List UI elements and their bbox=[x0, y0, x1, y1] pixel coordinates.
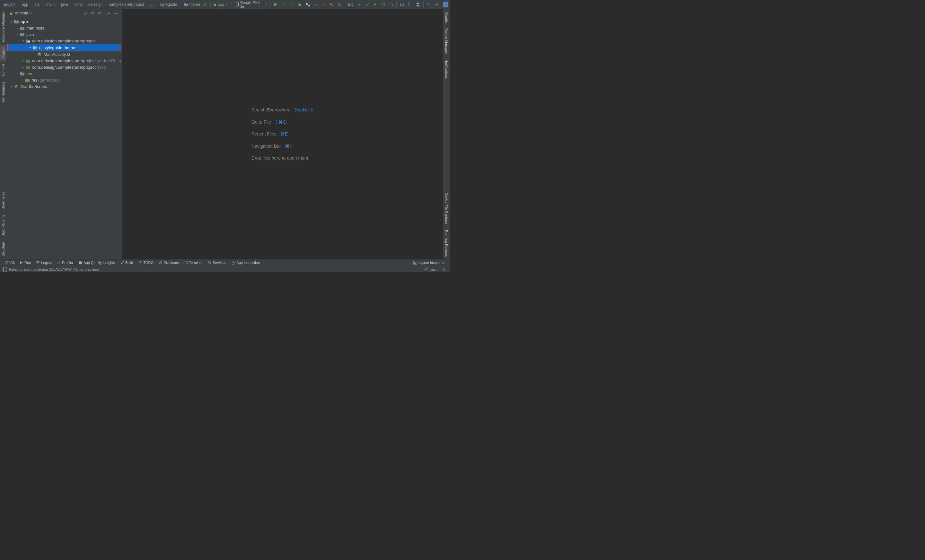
tree-node-package-androidtest[interactable]: ▸ com.delasign.samplestarterproject (and… bbox=[6, 57, 122, 64]
tab-layout-inspector[interactable]: Layout Inspector bbox=[411, 259, 447, 266]
git-push-button[interactable] bbox=[371, 1, 379, 8]
tree-node-res-generated[interactable]: res (generated) bbox=[6, 77, 122, 83]
breadcrumb-item[interactable]: theme bbox=[182, 2, 201, 7]
tab-app-quality-insights[interactable]: App Quality Insights bbox=[76, 259, 118, 266]
breadcrumb-item[interactable]: app bbox=[21, 2, 30, 7]
hide-panel-button[interactable] bbox=[113, 10, 119, 17]
tree-node-manifests[interactable]: ▸ manifests bbox=[6, 25, 122, 31]
search-button[interactable] bbox=[425, 1, 432, 8]
expand-arrow-icon[interactable]: ▸ bbox=[15, 26, 20, 30]
svg-rect-30 bbox=[232, 261, 235, 264]
expand-arrow-icon[interactable]: ▾ bbox=[21, 39, 26, 42]
attach-debugger-dropdown[interactable] bbox=[320, 1, 327, 8]
tree-node-res[interactable]: ▸ res bbox=[6, 70, 122, 77]
sync-gradle-button[interactable] bbox=[414, 1, 422, 8]
expand-arrow-icon[interactable]: ▸ bbox=[28, 46, 33, 49]
select-opened-file-button[interactable] bbox=[82, 10, 89, 17]
tab-profiler[interactable]: Profiler bbox=[54, 259, 76, 266]
tab-build[interactable]: Build bbox=[118, 259, 136, 266]
expand-all-button[interactable] bbox=[89, 10, 96, 17]
profiler-button[interactable] bbox=[312, 1, 319, 8]
project-view-dropdown[interactable]: Android bbox=[9, 11, 32, 15]
android-icon bbox=[213, 3, 217, 6]
tab-structure[interactable]: Structure bbox=[0, 239, 6, 259]
tree-node-java[interactable]: ▾ java bbox=[6, 31, 122, 38]
tab-bookmarks[interactable]: Bookmarks bbox=[0, 189, 6, 212]
expand-arrow-icon[interactable]: ▾ bbox=[9, 20, 14, 23]
tab-notifications[interactable]: Notifications bbox=[443, 57, 450, 81]
coverage-button[interactable] bbox=[304, 1, 311, 8]
navigation-toolbar: -project〉 app〉 src〉 main〉 java〉 com〉 del… bbox=[0, 0, 450, 9]
expand-arrow-icon[interactable]: ▸ bbox=[9, 85, 14, 88]
tab-terminal[interactable]: Terminal bbox=[181, 259, 205, 266]
tree-node-app[interactable]: ▾ app bbox=[6, 18, 122, 25]
tree-label: res bbox=[26, 71, 32, 76]
tab-device-manager[interactable]: Device Manager bbox=[443, 26, 450, 57]
run-button[interactable] bbox=[272, 1, 279, 8]
account-avatar[interactable] bbox=[443, 2, 448, 8]
expand-arrow-icon[interactable]: ▸ bbox=[21, 59, 26, 62]
editor-area[interactable]: Search EverywhereDouble ⇧ Go to File⇧⌘O … bbox=[122, 9, 443, 259]
breadcrumb-item[interactable]: com bbox=[73, 2, 83, 7]
tab-device-file-explorer[interactable]: Device File Explorer bbox=[443, 190, 450, 227]
breadcrumb-item[interactable]: styleguide bbox=[159, 2, 179, 7]
breadcrumb-item[interactable]: delasign bbox=[87, 2, 104, 7]
tab-problems[interactable]: Problems bbox=[156, 259, 181, 266]
avd-manager-button[interactable] bbox=[398, 1, 406, 8]
git-branch-status[interactable]: main bbox=[425, 268, 437, 271]
tab-git[interactable]: Git bbox=[3, 259, 17, 266]
stop-button[interactable] bbox=[336, 1, 343, 8]
toolbar-separator bbox=[396, 2, 397, 8]
tab-project[interactable]: Project bbox=[0, 45, 6, 61]
settings-button[interactable] bbox=[433, 1, 441, 8]
tree-node-package-main[interactable]: ▾ com.delasign.samplestarterproject bbox=[6, 38, 122, 44]
collapse-all-button[interactable] bbox=[96, 10, 103, 17]
tab-run[interactable]: Run bbox=[17, 259, 33, 266]
editor-placeholder: Search EverywhereDouble ⇧ Go to File⇧⌘O … bbox=[252, 105, 314, 164]
tab-running-devices[interactable]: Running Devices bbox=[443, 227, 450, 259]
tab-commit[interactable]: Commit bbox=[0, 61, 6, 79]
tab-services[interactable]: Services bbox=[205, 259, 229, 266]
panel-settings-button[interactable] bbox=[105, 10, 112, 17]
placeholder-shortcut: ⌘E bbox=[280, 129, 288, 140]
breadcrumb-item[interactable]: ui bbox=[149, 2, 155, 7]
tab-pull-requests[interactable]: Pull Requests bbox=[0, 79, 6, 106]
placeholder-label: Go to File bbox=[252, 117, 271, 128]
sdk-manager-button[interactable] bbox=[406, 1, 414, 8]
project-tree[interactable]: ▾ app ▸ manifests ▾ java ▾ com.delasign.… bbox=[6, 17, 122, 259]
git-pull-button[interactable] bbox=[355, 1, 363, 8]
nav-back-button[interactable] bbox=[202, 1, 209, 8]
tab-logcat[interactable]: Logcat bbox=[33, 259, 54, 266]
tree-node-ui-theme[interactable]: ▸ ui.styleguide.theme bbox=[8, 44, 121, 51]
chevron-right-icon: 〉 bbox=[56, 2, 59, 7]
run-config-dropdown[interactable]: app bbox=[210, 1, 231, 8]
tab-todo[interactable]: TODO bbox=[136, 259, 156, 266]
breadcrumb-item[interactable]: -project bbox=[1, 2, 17, 7]
breadcrumb-item[interactable]: src bbox=[33, 2, 41, 7]
breadcrumb-item[interactable]: main bbox=[45, 2, 56, 7]
git-commit-button[interactable] bbox=[363, 1, 371, 8]
expand-arrow-icon[interactable]: ▸ bbox=[21, 66, 26, 69]
tree-node-main-activity[interactable]: C MainActivity.kt bbox=[6, 51, 122, 57]
svg-point-4 bbox=[298, 3, 301, 6]
lock-status-icon[interactable] bbox=[441, 268, 445, 271]
apply-changes-button[interactable] bbox=[280, 1, 287, 8]
expand-arrow-icon[interactable]: ▾ bbox=[15, 33, 20, 36]
tab-gradle[interactable]: Gradle bbox=[443, 9, 450, 26]
git-rollback-button[interactable] bbox=[387, 1, 395, 8]
tree-node-package-test[interactable]: ▸ com.delasign.samplestarterproject (tes… bbox=[6, 64, 122, 70]
device-selector-dropdown[interactable]: Google Pixel 3a bbox=[233, 1, 270, 8]
breadcrumb-item[interactable]: java bbox=[60, 2, 69, 7]
debug-button[interactable] bbox=[296, 1, 303, 8]
tab-resource-manager[interactable]: Resource Manager bbox=[0, 9, 6, 45]
tab-build-variants[interactable]: Build Variants bbox=[0, 212, 6, 239]
breadcrumb-item[interactable]: samplestarterproject bbox=[108, 2, 145, 7]
tree-node-gradle-scripts[interactable]: ▸ Gradle Scripts bbox=[6, 83, 122, 90]
svg-rect-28 bbox=[184, 261, 187, 264]
tool-window-toggle-icon[interactable] bbox=[3, 267, 7, 272]
expand-arrow-icon[interactable]: ▸ bbox=[15, 72, 20, 75]
tab-app-inspection[interactable]: App Inspection bbox=[229, 259, 262, 266]
more-actions-button[interactable] bbox=[328, 1, 335, 8]
git-history-button[interactable] bbox=[379, 1, 387, 8]
apply-code-changes-button[interactable] bbox=[288, 1, 295, 8]
